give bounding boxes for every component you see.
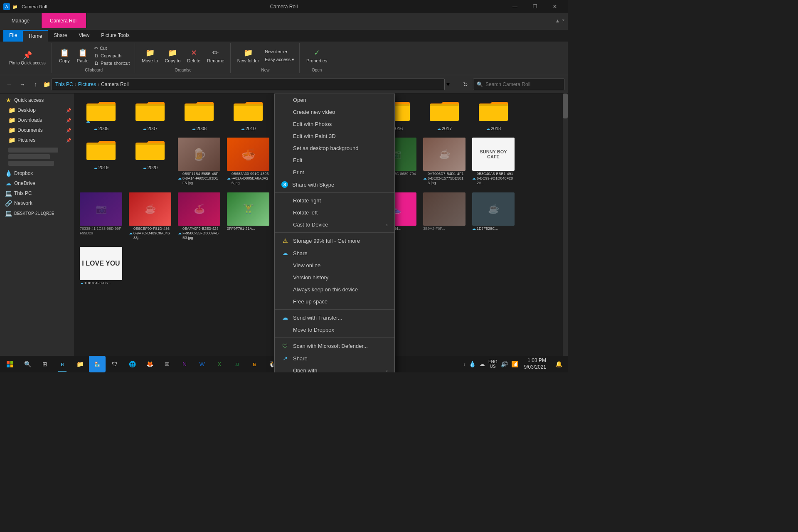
- taskbar-defend-btn[interactable]: 🛡: [106, 356, 123, 372]
- window-controls[interactable]: — ❐ ✕: [505, 0, 564, 13]
- folder-item-2010[interactable]: ☁ 2010: [225, 97, 271, 133]
- taskbar-onenote-btn[interactable]: N: [176, 356, 193, 372]
- sidebar-item-dropbox[interactable]: 💧 Dropbox: [0, 168, 74, 178]
- copy-to-button[interactable]: 📁 Copy to: [162, 47, 183, 65]
- sidebar-item-downloads[interactable]: 📁 Downloads 📌: [0, 115, 74, 125]
- tab-file[interactable]: File: [3, 30, 23, 42]
- breadcrumb-pictures[interactable]: Pictures: [78, 81, 96, 87]
- folder-item-2020[interactable]: ☁ 2020: [127, 136, 173, 187]
- tab-view[interactable]: View: [73, 30, 95, 42]
- sidebar-item-documents[interactable]: 📁 Documents 📌: [0, 125, 74, 135]
- taskbar-edge-btn[interactable]: e: [54, 356, 71, 372]
- photo-item-16[interactable]: I LOVE YOU ☁ 1D878498-D6...: [78, 245, 124, 287]
- tray-chevron-icon[interactable]: ‹: [463, 360, 466, 368]
- cm-item-version-history[interactable]: Version history: [275, 271, 394, 283]
- nav-back-button[interactable]: ←: [3, 79, 15, 90]
- start-button[interactable]: [2, 356, 18, 372]
- photo-item-6[interactable]: SUNNY BOY CAFE ☁ 0B3C40A5-BBB1-4916-BC99…: [470, 136, 516, 187]
- photo-item-7[interactable]: 📷 76338-41 1C83-98D 99FF99D29: [78, 191, 124, 241]
- cm-item-cast[interactable]: Cast to Device ›: [275, 219, 394, 231]
- taskbar-amazon-btn[interactable]: a: [246, 356, 263, 372]
- cm-item-open[interactable]: Open: [275, 94, 394, 106]
- sidebar-item-network[interactable]: 🔗 Network: [0, 198, 74, 208]
- taskbar-task-view-btn[interactable]: ⊞: [37, 356, 53, 372]
- cm-item-open-with[interactable]: Open with ›: [275, 365, 394, 372]
- taskbar-spotify-btn[interactable]: ♫: [229, 356, 245, 372]
- tray-wifi-icon[interactable]: 📶: [510, 360, 519, 368]
- photo-item-8[interactable]: ☕ ☁ 0E6CEF90-F81D-4860-9A7C-D489C0A34633…: [127, 191, 173, 241]
- sidebar-item-pictures[interactable]: 📁 Pictures 📌: [0, 135, 74, 145]
- tab-up-btn[interactable]: ▲: [555, 18, 560, 24]
- cm-item-edit-photos[interactable]: Edit with Photos: [275, 118, 394, 130]
- new-item-button[interactable]: New item ▾: [263, 48, 296, 55]
- cm-item-view-online[interactable]: View online: [275, 259, 394, 271]
- properties-button[interactable]: ✓ Properties: [304, 47, 330, 65]
- cm-item-edit[interactable]: Edit: [275, 154, 394, 166]
- cm-item-skype[interactable]: S Share with Skype: [275, 178, 394, 191]
- copy-button[interactable]: 📋 Copy: [56, 47, 73, 65]
- scrollbar-track[interactable]: [563, 94, 568, 372]
- tray-dropbox-icon[interactable]: 💧: [468, 360, 477, 368]
- move-to-button[interactable]: 📁 Move to: [139, 47, 160, 65]
- cm-item-defender[interactable]: 🛡 Scan with Microsoft Defender...: [275, 340, 394, 352]
- search-bar[interactable]: 🔍: [473, 79, 564, 90]
- cm-item-print[interactable]: Print: [275, 166, 394, 178]
- photo-item-9[interactable]: 🍝 ☁ 0EAFA0F9-B2E3-424F-958C-55FD3889ABB3…: [176, 191, 222, 241]
- pin-quick-access-button[interactable]: 📌 Pin to Quick access: [7, 49, 48, 67]
- taskbar-files-btn[interactable]: 📁: [71, 356, 88, 372]
- tab-picture-tools[interactable]: Picture Tools: [95, 30, 135, 42]
- taskbar-store-btn[interactable]: 🏪: [89, 356, 106, 372]
- taskbar-chrome-btn[interactable]: 🌐: [124, 356, 140, 372]
- paste-shortcut-button[interactable]: 🗋 Paste shortcut: [93, 60, 131, 66]
- cm-item-send-transfer[interactable]: ☁ Send with Transfer...: [275, 311, 394, 324]
- taskbar-firefox-btn[interactable]: 🦊: [141, 356, 158, 372]
- cut-button[interactable]: ✂ Cut: [93, 44, 131, 52]
- cm-item-free-space[interactable]: Free up space: [275, 296, 394, 308]
- sidebar-item-onedrive[interactable]: ☁ OneDrive: [0, 178, 74, 188]
- taskbar-clock[interactable]: 1:03 PM 9/03/2021: [521, 357, 549, 370]
- cm-item-move-dropbox[interactable]: Move to Dropbox: [275, 324, 394, 336]
- easy-access-button[interactable]: Easy access ▾: [263, 56, 296, 63]
- photo-item-0[interactable]: 🍺 ☁ 0B9F11B4-E65E-48F8-8A14-F605C193D1F5…: [176, 136, 222, 187]
- help-btn[interactable]: ?: [562, 18, 564, 24]
- breadcrumb-this-pc[interactable]: This PC: [55, 81, 73, 87]
- breadcrumb-dropdown-btn[interactable]: ▾: [446, 80, 458, 88]
- taskbar-mail-btn[interactable]: ✉: [159, 356, 175, 372]
- tab-home[interactable]: Home: [23, 30, 48, 42]
- cm-item-storage-full[interactable]: ⚠ Storage 99% full - Get more: [275, 234, 394, 247]
- delete-button[interactable]: ✕ Delete: [185, 47, 203, 65]
- scrollbar-thumb[interactable]: [563, 94, 568, 118]
- tray-volume-icon[interactable]: 🔊: [500, 360, 509, 368]
- tray-lang-icon[interactable]: ENGUS: [488, 359, 498, 369]
- sidebar-item-desktop-pc[interactable]: 💻 DESKTOP-2ULQR3E: [0, 208, 74, 218]
- cm-item-share-onedrive[interactable]: ☁ Share: [275, 247, 394, 259]
- cm-item-rotate-left[interactable]: Rotate left: [275, 207, 394, 219]
- breadcrumb-bar[interactable]: This PC › Pictures › Camera Roll: [52, 79, 445, 90]
- cm-item-rotate-right[interactable]: Rotate right: [275, 195, 394, 207]
- photo-item-1[interactable]: 🍜 ☁ 0B682A30-991C-4306-A82A-D005EA8A0A26…: [225, 136, 271, 187]
- folder-item-2005[interactable]: ☁ ☁ 2005: [78, 97, 124, 133]
- sidebar-item-this-pc[interactable]: 💻 This PC: [0, 188, 74, 198]
- nav-up-button[interactable]: ↑: [30, 79, 42, 90]
- photo-item-15[interactable]: ☕ ☁ 1D7F528C...: [470, 191, 516, 241]
- folder-item-2019[interactable]: ☁ 2019: [78, 136, 124, 187]
- maximize-button[interactable]: ❐: [525, 0, 544, 13]
- rename-button[interactable]: ✏ Rename: [204, 47, 227, 65]
- cm-item-desktop-bg[interactable]: Set as desktop background: [275, 142, 394, 154]
- paste-button[interactable]: 📋 Paste: [74, 47, 91, 65]
- copy-path-button[interactable]: 🗋 Copy path: [93, 52, 131, 59]
- folder-item-2007[interactable]: ☁ 2007: [127, 97, 173, 133]
- close-button[interactable]: ✕: [545, 0, 564, 13]
- taskbar-word-btn[interactable]: W: [194, 356, 210, 372]
- tray-onedrive-icon[interactable]: ☁: [478, 360, 486, 368]
- folder-item-2017[interactable]: ☁ 2017: [421, 97, 467, 133]
- camera-roll-tab[interactable]: Camera Roll: [42, 13, 86, 28]
- sidebar-item-desktop[interactable]: 📁 Desktop 📌: [0, 105, 74, 115]
- search-input[interactable]: [485, 81, 561, 87]
- taskbar-excel-btn[interactable]: X: [211, 356, 228, 372]
- folder-item-2008[interactable]: ☁ 2008: [176, 97, 222, 133]
- folder-item-2018[interactable]: ☁ 2018: [470, 97, 516, 133]
- cm-item-paint3d[interactable]: Edit with Paint 3D: [275, 130, 394, 142]
- photo-item-10[interactable]: 🏋️ 0FF9F791-21A...: [225, 191, 271, 241]
- refresh-button[interactable]: ↻: [460, 79, 471, 90]
